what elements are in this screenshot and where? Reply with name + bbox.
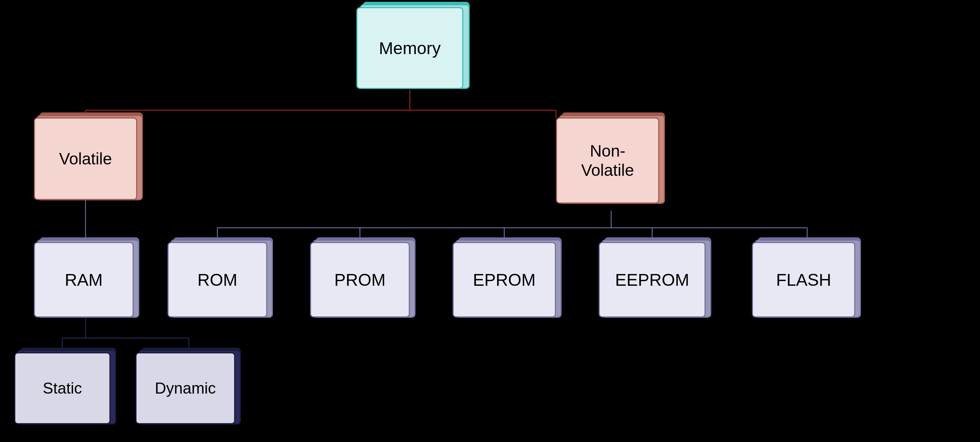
dynamic-card-front: Dynamic xyxy=(135,352,235,424)
flash-node: FLASH xyxy=(752,242,862,324)
eprom-label: EPROM xyxy=(473,270,536,290)
eprom-card-front: EPROM xyxy=(453,242,556,317)
rom-node: ROM xyxy=(167,242,274,324)
eeprom-node: EEPROM xyxy=(599,242,713,324)
eeprom-card-front: EEPROM xyxy=(599,242,706,317)
rom-card-front: ROM xyxy=(167,242,267,317)
static-card-front: Static xyxy=(14,352,110,424)
static-node: Static xyxy=(14,352,118,431)
dynamic-label: Dynamic xyxy=(155,379,216,397)
prom-card-front: PROM xyxy=(310,242,410,317)
ram-label: RAM xyxy=(65,270,103,290)
eeprom-label: EEPROM xyxy=(615,270,689,290)
eprom-node: EPROM xyxy=(453,242,563,324)
nonvolatile-label: Non- Volatile xyxy=(581,141,634,180)
volatile-card-front: Volatile xyxy=(34,117,137,200)
prom-node: PROM xyxy=(310,242,417,324)
volatile-node: Volatile xyxy=(34,117,144,206)
memory-node: Memory xyxy=(356,7,470,96)
rom-label: ROM xyxy=(197,270,237,290)
ram-card-front: RAM xyxy=(34,242,134,317)
flash-label: FLASH xyxy=(776,270,831,290)
memory-card-front: Memory xyxy=(356,7,463,89)
memory-label: Memory xyxy=(379,38,441,58)
static-label: Static xyxy=(43,379,82,397)
nonvolatile-card-front: Non- Volatile xyxy=(556,117,659,204)
prom-label: PROM xyxy=(334,270,386,290)
ram-node: RAM xyxy=(34,242,141,324)
memory-diagram: Memory Volatile Non- Volatile RAM ROM xyxy=(0,0,980,442)
flash-card-front: FLASH xyxy=(752,242,855,317)
dynamic-node: Dynamic xyxy=(135,352,242,431)
nonvolatile-node: Non- Volatile xyxy=(556,117,667,210)
volatile-label: Volatile xyxy=(59,149,112,168)
